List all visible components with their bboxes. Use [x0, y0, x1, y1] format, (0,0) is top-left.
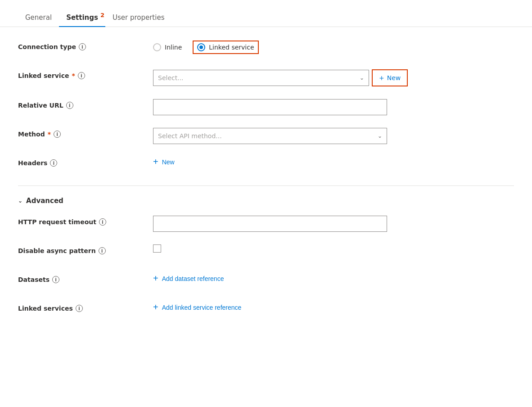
http-timeout-label: HTTP request timeout i	[18, 216, 153, 226]
settings-badge: 2	[100, 12, 104, 18]
linked-service-info-icon[interactable]: i	[78, 72, 85, 79]
datasets-label: Datasets i	[18, 273, 153, 283]
radio-inline[interactable]: Inline	[153, 43, 182, 51]
relative-url-label: Relative URL i	[18, 99, 153, 109]
linked-service-row: Linked service * i Select... ⌄ + New	[18, 69, 514, 86]
connection-type-control: Inline Linked service	[153, 41, 514, 54]
radio-inline-circle	[153, 43, 161, 51]
datasets-control: + Add dataset reference	[153, 273, 514, 284]
linked-service-radio-highlight: Linked service	[193, 41, 258, 54]
settings-content: Connection type i Inline Linked service	[0, 27, 532, 344]
add-dataset-button[interactable]: + Add dataset reference	[153, 273, 224, 284]
new-button-plus-icon: +	[379, 74, 384, 81]
datasets-row: Datasets i + Add dataset reference	[18, 273, 514, 289]
disable-async-row: Disable async pattern i	[18, 244, 514, 261]
method-info-icon[interactable]: i	[54, 131, 61, 138]
http-timeout-row: HTTP request timeout i	[18, 216, 514, 232]
linked-service-required: *	[72, 72, 75, 79]
linked-service-select[interactable]: Select... ⌄	[153, 70, 369, 86]
headers-label: Headers i	[18, 157, 153, 167]
method-chevron-icon: ⌄	[378, 133, 382, 139]
disable-async-label: Disable async pattern i	[18, 244, 153, 254]
connection-type-label: Connection type i	[18, 41, 153, 50]
tab-general[interactable]: General	[18, 9, 59, 27]
linked-service-label: Linked service * i	[18, 69, 153, 79]
add-dataset-plus-icon: +	[153, 273, 158, 284]
advanced-section-header[interactable]: ⌄ Advanced	[18, 197, 514, 205]
tabs-bar: General Settings 2 User properties	[0, 0, 532, 27]
http-timeout-info-icon[interactable]: i	[99, 218, 106, 226]
headers-new-button[interactable]: + New	[153, 157, 175, 167]
http-timeout-input[interactable]	[153, 216, 387, 232]
method-control: Select API method... ⌄	[153, 128, 514, 144]
relative-url-control	[153, 99, 514, 115]
relative-url-info-icon[interactable]: i	[66, 102, 73, 109]
linked-service-chevron-icon: ⌄	[360, 75, 364, 81]
connection-type-info-icon[interactable]: i	[79, 43, 86, 50]
connection-type-row: Connection type i Inline Linked service	[18, 41, 514, 57]
method-select[interactable]: Select API method... ⌄	[153, 128, 387, 144]
linked-service-placeholder: Select...	[158, 74, 184, 81]
advanced-chevron-icon: ⌄	[18, 198, 23, 204]
method-required: *	[48, 131, 51, 138]
method-row: Method * i Select API method... ⌄	[18, 128, 514, 144]
add-linked-service-plus-icon: +	[153, 302, 158, 312]
linked-services-label: Linked services i	[18, 302, 153, 312]
relative-url-input[interactable]	[153, 99, 387, 115]
add-linked-service-button[interactable]: + Add linked service reference	[153, 302, 241, 312]
disable-async-checkbox[interactable]	[153, 244, 161, 253]
tab-user-properties[interactable]: User properties	[105, 9, 172, 27]
radio-linked-service-circle	[197, 43, 205, 51]
radio-linked-service[interactable]: Linked service	[197, 43, 254, 51]
linked-service-new-button[interactable]: + New	[372, 69, 408, 86]
relative-url-row: Relative URL i	[18, 99, 514, 115]
method-label: Method * i	[18, 128, 153, 138]
method-placeholder: Select API method...	[158, 132, 222, 140]
connection-type-radio-group: Inline Linked service	[153, 41, 259, 54]
linked-services-control: + Add linked service reference	[153, 302, 514, 312]
http-timeout-control	[153, 216, 514, 232]
headers-row: Headers i + New	[18, 157, 514, 173]
linked-services-info-icon[interactable]: i	[76, 305, 83, 312]
linked-services-row: Linked services i + Add linked service r…	[18, 302, 514, 318]
disable-async-info-icon[interactable]: i	[99, 247, 106, 254]
linked-service-control: Select... ⌄ + New	[153, 69, 514, 86]
tab-settings[interactable]: Settings 2	[59, 9, 105, 27]
section-divider	[18, 185, 514, 186]
headers-control: + New	[153, 157, 514, 167]
headers-plus-icon: +	[153, 157, 158, 167]
datasets-info-icon[interactable]: i	[52, 276, 59, 283]
disable-async-control	[153, 244, 514, 253]
headers-info-icon[interactable]: i	[50, 159, 57, 167]
